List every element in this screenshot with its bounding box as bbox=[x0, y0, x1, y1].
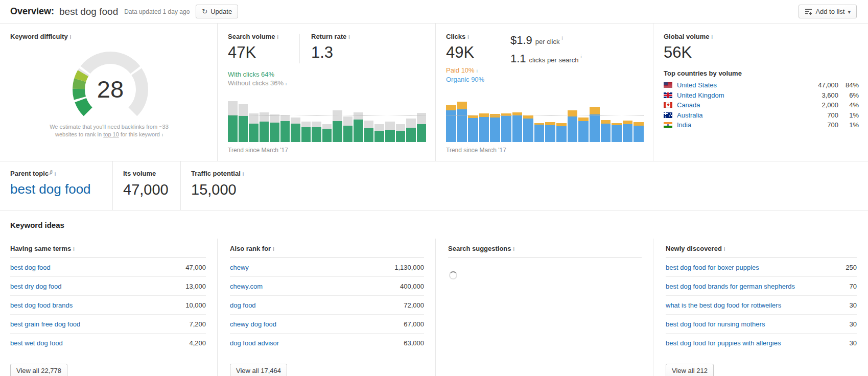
keyword-volume: 67,000 bbox=[404, 320, 424, 328]
country-link[interactable]: India bbox=[677, 121, 691, 129]
view-all-newly-discovered-button[interactable]: View all 212 bbox=[666, 364, 714, 376]
data-updated-label: Data updated 1 day ago bbox=[124, 8, 190, 15]
trend-bar bbox=[291, 118, 300, 142]
page-title: Overview: bbox=[10, 6, 54, 17]
keyword-link[interactable]: best dog food for nursing mothers bbox=[666, 320, 765, 328]
info-icon[interactable] bbox=[712, 33, 713, 40]
info-icon[interactable] bbox=[55, 170, 56, 177]
keyword-link[interactable]: dog food advisor bbox=[230, 339, 279, 347]
trend-bar bbox=[479, 113, 489, 142]
trend-caption: Trend since March '17 bbox=[228, 147, 426, 154]
info-icon[interactable] bbox=[580, 52, 581, 60]
info-icon[interactable] bbox=[467, 33, 469, 40]
trend-bar bbox=[568, 110, 578, 142]
info-icon[interactable] bbox=[724, 245, 725, 252]
country-link[interactable]: United Kingdom bbox=[677, 91, 724, 99]
info-icon[interactable] bbox=[562, 34, 563, 41]
add-to-list-icon bbox=[805, 9, 812, 15]
trend-bar bbox=[512, 112, 523, 142]
trend-bar bbox=[545, 122, 555, 142]
target-keyword: best dog food bbox=[59, 6, 118, 17]
countries-list: United States47,00084%United Kingdom3,60… bbox=[664, 80, 859, 130]
info-icon[interactable] bbox=[348, 33, 350, 40]
country-row: India7001% bbox=[664, 120, 859, 130]
info-icon[interactable] bbox=[273, 245, 274, 252]
country-percent: 6% bbox=[838, 91, 859, 99]
view-all-same-terms-button[interactable]: View all 22,778 bbox=[10, 364, 67, 376]
trend-bar bbox=[260, 112, 269, 142]
country-link[interactable]: Australia bbox=[677, 111, 703, 119]
keyword-volume: 30 bbox=[850, 339, 857, 347]
info-icon[interactable] bbox=[513, 245, 515, 252]
country-link[interactable]: United States bbox=[677, 81, 717, 89]
page-header: Overview: best dog food Data updated 1 d… bbox=[0, 0, 868, 24]
its-volume-label: Its volume bbox=[123, 170, 180, 177]
info-icon[interactable] bbox=[162, 131, 163, 138]
gb-flag-icon bbox=[664, 92, 672, 98]
search-volume-value: 47K bbox=[228, 44, 299, 60]
keyword-link[interactable]: best dog food for puppies with allergies bbox=[666, 339, 781, 347]
keyword-ideas-title: Keyword ideas bbox=[0, 221, 868, 229]
info-icon[interactable] bbox=[70, 33, 72, 40]
cost-per-click: $1.9per click bbox=[510, 34, 581, 47]
trend-bar bbox=[612, 123, 622, 142]
keyword-link[interactable]: best dry dog food bbox=[10, 283, 61, 290]
trend-bar bbox=[354, 112, 363, 142]
keyword-volume: 7,200 bbox=[189, 320, 206, 328]
info-icon[interactable] bbox=[243, 170, 244, 177]
parent-topic-link[interactable]: best dog food bbox=[10, 181, 112, 197]
search-volume-panel: Search volume 47K Return rate 1.3 With c… bbox=[217, 24, 435, 161]
trend-bar bbox=[501, 113, 511, 142]
trend-bar bbox=[457, 102, 467, 142]
keyword-volume: 4,200 bbox=[189, 339, 206, 347]
keyword-link[interactable]: what is the best dog food for rottweiler… bbox=[666, 301, 781, 309]
trend-bar bbox=[374, 124, 384, 142]
global-volume-panel: Global volume 56K Top countries by volum… bbox=[653, 24, 868, 161]
view-all-also-rank-button[interactable]: View all 17,464 bbox=[230, 364, 287, 376]
info-icon[interactable] bbox=[277, 33, 279, 40]
keyword-list: chewy1,130,000chewy.com400,000dog food72… bbox=[230, 258, 424, 353]
keyword-link[interactable]: chewy.com bbox=[230, 283, 263, 290]
keyword-link[interactable]: dog food bbox=[230, 301, 256, 309]
keyword-row: what is the best dog food for rottweiler… bbox=[666, 296, 857, 315]
country-percent: 4% bbox=[838, 101, 859, 109]
country-row: United Kingdom3,6006% bbox=[664, 90, 859, 101]
trend-bar bbox=[556, 123, 567, 142]
search-volume-label: Search volume bbox=[228, 33, 299, 40]
country-percent: 1% bbox=[838, 121, 859, 129]
trend-bar bbox=[322, 124, 332, 142]
keyword-link[interactable]: best dog food for boxer puppies bbox=[666, 264, 759, 271]
keyword-list: best dog food for boxer puppies250best d… bbox=[666, 258, 857, 353]
keyword-difficulty-label: Keyword difficulty bbox=[10, 33, 208, 40]
keyword-link[interactable]: best dog food brands for german shepherd… bbox=[666, 283, 795, 290]
top-10-link[interactable]: top 10 bbox=[103, 131, 119, 137]
in-flag-icon bbox=[664, 122, 672, 128]
trend-bar bbox=[523, 115, 533, 142]
trend-bar bbox=[239, 104, 248, 142]
keyword-link[interactable]: best dog food bbox=[10, 264, 51, 271]
keyword-link[interactable]: chewy bbox=[230, 264, 249, 271]
search-volume-trend-chart bbox=[228, 101, 426, 142]
keyword-volume: 1,130,000 bbox=[394, 264, 424, 271]
keyword-link[interactable]: best dog food brands bbox=[10, 301, 73, 309]
add-to-list-button[interactable]: Add to list bbox=[799, 5, 857, 18]
update-button[interactable]: Update bbox=[196, 5, 238, 18]
info-icon[interactable] bbox=[286, 79, 287, 87]
country-link[interactable]: Canada bbox=[677, 101, 700, 109]
also-rank-for-column: Also rank for chewy1,130,000chewy.com400… bbox=[217, 239, 435, 376]
keyword-row: best wet dog food4,200 bbox=[10, 334, 206, 353]
keyword-link[interactable]: best grain free dog food bbox=[10, 320, 80, 328]
keyword-link[interactable]: best wet dog food bbox=[10, 339, 63, 347]
keyword-row: best dog food47,000 bbox=[10, 258, 206, 277]
parent-topic-band: Parent topicβ best dog food Its volume 4… bbox=[0, 161, 868, 210]
trend-bar bbox=[468, 115, 478, 142]
info-icon[interactable] bbox=[477, 66, 478, 74]
country-volume: 2,000 bbox=[808, 101, 838, 109]
having-same-terms-header: Having same terms bbox=[10, 245, 206, 258]
trend-bar bbox=[333, 110, 342, 142]
trend-bar bbox=[634, 122, 644, 142]
clicks-label: Clicks bbox=[446, 33, 508, 40]
info-icon[interactable] bbox=[73, 245, 75, 252]
keyword-volume: 10,000 bbox=[185, 301, 206, 309]
keyword-link[interactable]: chewy dog food bbox=[230, 320, 276, 328]
